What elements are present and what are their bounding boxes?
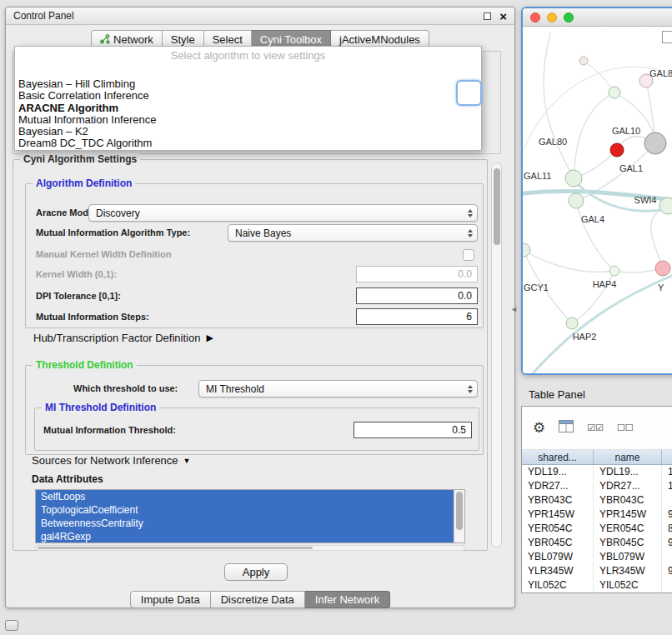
scrollbar-thumb[interactable]: [456, 492, 463, 530]
mi-type-value: Naive Bayes: [235, 228, 468, 239]
column-browser-icon[interactable]: [559, 420, 574, 436]
mi-threshold-input[interactable]: 0.5: [354, 422, 472, 438]
network-node[interactable]: [565, 170, 582, 187]
network-edge: [584, 61, 614, 92]
table-cell: YBR045C: [522, 536, 594, 550]
algorithm-option-basic-correlation-inference[interactable]: Basic Correlation Inference: [18, 90, 156, 102]
attribute-item-topologicalcoefficient[interactable]: TopologicalCoefficient: [36, 503, 454, 517]
table-cell: 13: [662, 465, 672, 479]
table-cell: 9.: [662, 536, 672, 550]
combo-arrows-icon: [468, 229, 473, 238]
node-label-swi4: SWI4: [634, 195, 657, 205]
algorithm-option-dream8-dc-tdc-algorithm[interactable]: Dream8 DC_TDC Algorithm: [18, 138, 156, 149]
window-title: Control Panel: [13, 10, 484, 22]
network-node[interactable]: [610, 143, 624, 157]
select-all-icon[interactable]: ☑☑: [587, 422, 604, 433]
table-cell: YLR345W: [522, 564, 594, 578]
settings-scrollbar[interactable]: [491, 162, 502, 548]
mi-type-label: Mutual Information Algorithm Type:: [36, 224, 190, 242]
minimize-traffic-light[interactable]: [547, 12, 557, 22]
table-row[interactable]: YER054CYER054C8.: [522, 522, 672, 536]
network-node[interactable]: [659, 198, 672, 214]
data-attributes-items: SelfLoopsTopologicalCoefficientBetweenne…: [36, 490, 464, 543]
column-header-clipped[interactable]: [662, 450, 672, 464]
network-node[interactable]: [644, 132, 666, 154]
table-row[interactable]: YIL052CYIL052C: [522, 578, 672, 592]
mi-threshold-title: MI Threshold Definition: [42, 402, 159, 413]
float-window-icon[interactable]: [484, 12, 491, 20]
table-row[interactable]: YBR043CYBR043C: [522, 493, 672, 508]
table-row[interactable]: YPR145WYPR145W9.: [522, 508, 672, 522]
bottom-tab-bar: Impute DataDiscretize DataInfer Network: [6, 591, 514, 608]
which-threshold-label: Which threshold to use:: [73, 380, 178, 398]
birdseye-toggle[interactable]: [662, 31, 672, 43]
list-horizontal-scrollbar[interactable]: [35, 545, 465, 551]
network-node[interactable]: [609, 87, 620, 98]
table-cell: [662, 578, 672, 592]
mi-steps-input[interactable]: 6: [356, 308, 478, 325]
scrollbar-thumb[interactable]: [494, 168, 500, 245]
bottom-tab-impute-data[interactable]: Impute Data: [130, 591, 211, 608]
mi-type-select[interactable]: Naive Bayes: [228, 224, 478, 242]
attribute-item-betweennesscentrality[interactable]: BetweennessCentrality: [36, 517, 454, 530]
which-threshold-select[interactable]: MI Threshold: [198, 380, 478, 398]
bottom-tab-discretize-data[interactable]: Discretize Data: [211, 591, 305, 608]
algorithm-option-mutual-information-inference[interactable]: Mutual Information Inference: [18, 114, 156, 126]
table-cell: [662, 550, 672, 564]
hub-definition-toggle[interactable]: Hub/Transcription Factor Definition ▶: [33, 332, 213, 344]
expand-right-icon: ▶: [206, 332, 213, 343]
data-attributes-list[interactable]: SelfLoopsTopologicalCoefficientBetweenne…: [35, 489, 465, 543]
kernel-width-input[interactable]: 0.0: [356, 266, 478, 282]
network-node[interactable]: [655, 261, 670, 276]
network-window-titlebar[interactable]: [523, 8, 672, 27]
algorithm-option-bayesian-k2[interactable]: Bayesian – K2: [18, 126, 156, 138]
table-cell: YPR145W: [594, 508, 662, 522]
algorithm-option-bayesian-hill-climbing[interactable]: Bayesian – Hill Climbing: [18, 78, 156, 90]
gear-icon[interactable]: ⚙: [533, 419, 545, 437]
network-node[interactable]: [566, 318, 578, 329]
close-traffic-light[interactable]: [530, 12, 540, 22]
node-label-y: Y: [658, 282, 664, 292]
deselect-all-icon[interactable]: ☐☐: [617, 422, 634, 433]
mi-threshold-group: MI Threshold Definition Mutual Informati…: [34, 408, 479, 451]
control-panel-titlebar[interactable]: Control Panel ×: [6, 8, 514, 25]
node-label-gal1: GAL1: [619, 163, 643, 173]
table-cell: 9.: [662, 508, 672, 522]
algorithm-option-aracne-algorithm[interactable]: ARACNE Algorithm: [18, 102, 156, 114]
manual-kernel-checkbox[interactable]: [463, 249, 474, 261]
scrollbar-thumb[interactable]: [38, 547, 313, 549]
column-header-shared-name[interactable]: shared...: [522, 450, 594, 464]
network-node[interactable]: [523, 243, 530, 257]
which-threshold-value: MI Threshold: [206, 383, 468, 395]
table-row[interactable]: YDL19...YDL19...13: [522, 465, 672, 479]
table-row[interactable]: YDR27...YDR27...12: [522, 479, 672, 493]
attribute-item-selfloops[interactable]: SelfLoops: [36, 490, 454, 503]
table-cell: YDR27...: [594, 479, 662, 493]
bottom-tab-infer-network[interactable]: Infer Network: [305, 591, 390, 608]
table-cell: YER054C: [522, 522, 594, 536]
sources-toggle[interactable]: Sources for Network Inference ▼: [32, 454, 191, 467]
table-row[interactable]: YLR345WYLR345W9.: [522, 564, 672, 578]
column-header-name[interactable]: name: [594, 450, 662, 464]
table-row[interactable]: YBL079WYBL079W: [522, 550, 672, 564]
zoom-traffic-light[interactable]: [564, 12, 574, 22]
attribute-item-gal4rgexp[interactable]: gal4RGexp: [36, 530, 454, 543]
table-cell: YDL19...: [522, 465, 594, 479]
network-canvas[interactable]: GAL8GAL80GAL10GAL11GAL1SWI4GAL4GCY1HAP4Y…: [523, 27, 672, 373]
node-label-gal8: GAL8: [649, 68, 672, 78]
splitter-handle[interactable]: ◄: [510, 305, 518, 313]
cyni-settings-group: Cyni Algorithm Settings Algorithm Defini…: [13, 159, 488, 551]
minimized-panel-icon[interactable]: [5, 620, 18, 631]
close-icon[interactable]: ×: [499, 10, 507, 22]
list-vertical-scrollbar[interactable]: [454, 490, 464, 542]
network-node[interactable]: [579, 57, 588, 65]
network-node[interactable]: [569, 193, 584, 208]
network-node[interactable]: [609, 266, 619, 276]
table-cell: 12: [662, 479, 672, 493]
focused-control[interactable]: [456, 80, 482, 106]
table-row[interactable]: YBR045CYBR045C9.: [522, 536, 672, 550]
aracne-mode-select[interactable]: Discovery: [88, 204, 478, 222]
node-label-gal11: GAL11: [524, 171, 551, 181]
apply-button[interactable]: Apply: [224, 563, 288, 581]
dpi-tolerance-input[interactable]: 0.0: [356, 288, 478, 304]
